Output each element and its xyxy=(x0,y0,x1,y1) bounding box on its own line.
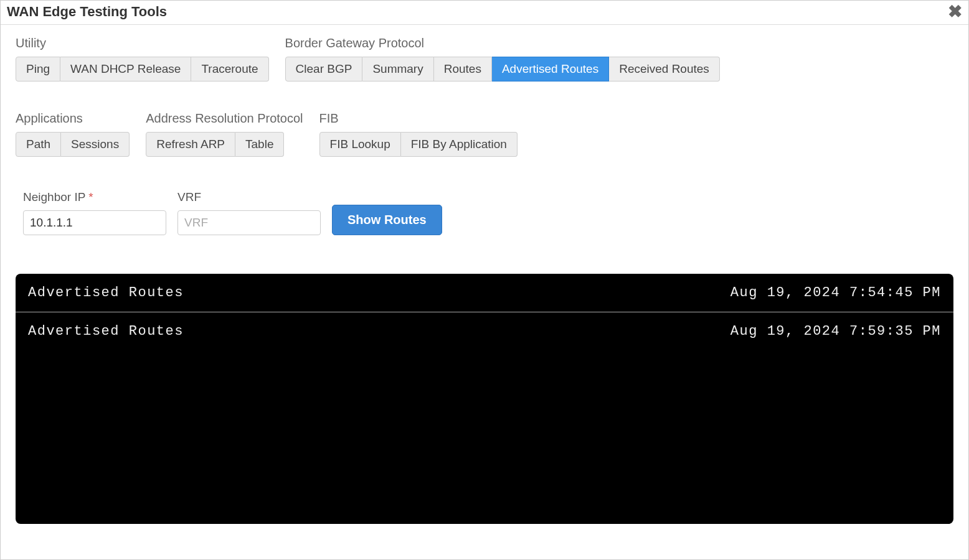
output-terminal: Advertised Routes Aug 19, 2024 7:54:45 P… xyxy=(16,274,953,524)
terminal-row-timestamp: Aug 19, 2024 7:59:35 PM xyxy=(730,324,941,339)
fib-lookup-button[interactable]: FIB Lookup xyxy=(319,132,401,157)
group-arp-buttons: Refresh ARP Table xyxy=(146,132,303,157)
bgp-routes-button[interactable]: Routes xyxy=(434,57,492,82)
group-bgp: Border Gateway Protocol Clear BGP Summar… xyxy=(285,36,720,82)
bgp-advertised-routes-button[interactable]: Advertised Routes xyxy=(492,57,609,82)
close-icon[interactable]: ✖ xyxy=(948,3,962,21)
group-bgp-buttons: Clear BGP Summary Routes Advertised Rout… xyxy=(285,57,720,82)
app-path-button[interactable]: Path xyxy=(16,132,61,157)
group-utility-buttons: Ping WAN DHCP Release Traceroute xyxy=(16,57,269,82)
modal-body: Utility Ping WAN DHCP Release Traceroute… xyxy=(1,25,968,535)
group-applications: Applications Path Sessions xyxy=(16,111,130,157)
neighbor-ip-input[interactable] xyxy=(23,210,166,235)
refresh-arp-button[interactable]: Refresh ARP xyxy=(146,132,235,157)
required-asterisk: * xyxy=(88,190,93,203)
bgp-summary-button[interactable]: Summary xyxy=(362,57,433,82)
terminal-row-label: Advertised Routes xyxy=(28,285,184,301)
neighbor-ip-label: Neighbor IP * xyxy=(23,190,166,204)
group-arp-label: Address Resolution Protocol xyxy=(146,111,303,126)
vrf-label: VRF xyxy=(177,190,321,204)
vrf-input[interactable] xyxy=(177,210,321,235)
group-arp: Address Resolution Protocol Refresh ARP … xyxy=(146,111,303,157)
form-row: Neighbor IP * VRF Show Routes xyxy=(23,190,953,235)
ping-button[interactable]: Ping xyxy=(16,57,60,82)
tool-groups: Utility Ping WAN DHCP Release Traceroute… xyxy=(16,36,953,157)
neighbor-ip-label-text: Neighbor IP xyxy=(23,190,88,203)
arp-table-button[interactable]: Table xyxy=(235,132,284,157)
terminal-row-timestamp: Aug 19, 2024 7:54:45 PM xyxy=(730,285,941,301)
neighbor-ip-field: Neighbor IP * xyxy=(23,190,166,235)
terminal-row: Advertised Routes Aug 19, 2024 7:54:45 P… xyxy=(16,274,953,312)
group-utility: Utility Ping WAN DHCP Release Traceroute xyxy=(16,36,269,82)
group-applications-buttons: Path Sessions xyxy=(16,132,130,157)
show-routes-button[interactable]: Show Routes xyxy=(332,205,442,235)
modal-title: WAN Edge Testing Tools xyxy=(7,4,167,20)
wan-edge-modal: WAN Edge Testing Tools ✖ Utility Ping WA… xyxy=(0,0,969,560)
clear-bgp-button[interactable]: Clear BGP xyxy=(285,57,363,82)
group-applications-label: Applications xyxy=(16,111,130,126)
group-fib: FIB FIB Lookup FIB By Application xyxy=(319,111,518,157)
bgp-received-routes-button[interactable]: Received Routes xyxy=(609,57,720,82)
vrf-field: VRF xyxy=(177,190,321,235)
group-utility-label: Utility xyxy=(16,36,269,50)
terminal-row-label: Advertised Routes xyxy=(28,324,184,339)
group-bgp-label: Border Gateway Protocol xyxy=(285,36,720,50)
terminal-row: Advertised Routes Aug 19, 2024 7:59:35 P… xyxy=(16,312,953,350)
traceroute-button[interactable]: Traceroute xyxy=(191,57,268,82)
app-sessions-button[interactable]: Sessions xyxy=(61,132,130,157)
modal-header: WAN Edge Testing Tools ✖ xyxy=(1,1,968,25)
group-fib-label: FIB xyxy=(319,111,518,126)
wan-dhcp-release-button[interactable]: WAN DHCP Release xyxy=(60,57,191,82)
group-fib-buttons: FIB Lookup FIB By Application xyxy=(319,132,518,157)
fib-by-application-button[interactable]: FIB By Application xyxy=(401,132,518,157)
